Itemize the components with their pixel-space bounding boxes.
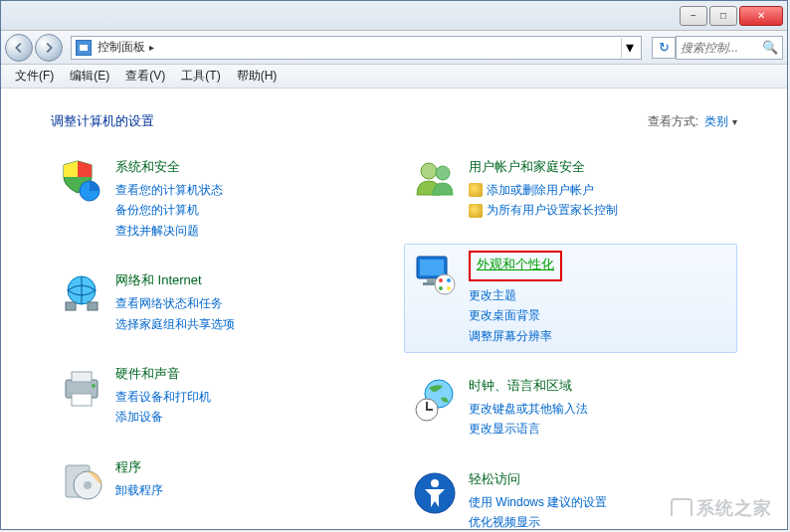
category-title[interactable]: 网络和 Internet xyxy=(115,271,202,289)
svg-point-25 xyxy=(431,479,439,487)
forward-button[interactable] xyxy=(35,34,63,62)
category-title[interactable]: 硬件和声音 xyxy=(115,365,180,383)
link-add-device[interactable]: 添加设备 xyxy=(115,407,377,427)
users-icon xyxy=(411,157,459,205)
svg-point-19 xyxy=(447,278,451,282)
link-windows-suggestions[interactable]: 使用 Windows 建议的设置 xyxy=(469,492,730,512)
svg-point-10 xyxy=(84,481,92,489)
svg-point-20 xyxy=(439,286,443,290)
svg-point-21 xyxy=(447,286,451,290)
category-system-security: 系统和安全 查看您的计算机状态 备份您的计算机 查找并解决问题 xyxy=(51,150,384,248)
view-by-select[interactable]: 类别 xyxy=(704,113,737,130)
link-computer-status[interactable]: 查看您的计算机状态 xyxy=(115,180,377,200)
category-title[interactable]: 时钟、语言和区域 xyxy=(469,377,572,395)
titlebar: − □ ✕ xyxy=(1,1,787,31)
link-troubleshoot[interactable]: 查找并解决问题 xyxy=(115,221,377,241)
header-row: 调整计算机的设置 查看方式: 类别 xyxy=(51,112,737,130)
link-network-status[interactable]: 查看网络状态和任务 xyxy=(115,293,377,313)
minimize-button[interactable]: − xyxy=(680,6,707,26)
svg-rect-2 xyxy=(66,302,76,310)
link-screen-resolution[interactable]: 调整屏幕分辨率 xyxy=(469,326,730,346)
right-column: 用户帐户和家庭安全 添加或删除用户帐户 为所有用户设置家长控制 xyxy=(404,150,737,529)
svg-rect-6 xyxy=(72,394,92,406)
svg-point-17 xyxy=(435,274,455,294)
navigation-bar: 控制面板 ▸ ▾ ↻ 🔍 xyxy=(1,31,787,65)
left-column: 系统和安全 查看您的计算机状态 备份您的计算机 查找并解决问题 xyxy=(51,150,384,529)
link-parental-controls[interactable]: 为所有用户设置家长控制 xyxy=(469,200,730,220)
svg-rect-3 xyxy=(88,302,98,310)
breadcrumb-arrow-icon: ▸ xyxy=(149,42,154,53)
menu-file[interactable]: 文件(F) xyxy=(7,65,62,88)
content-area: 调整计算机的设置 查看方式: 类别 系统和安全 查看 xyxy=(1,89,787,529)
link-optimize-display[interactable]: 优化视频显示 xyxy=(469,512,730,529)
back-button[interactable] xyxy=(5,34,33,62)
ease-access-icon xyxy=(411,469,459,517)
svg-point-18 xyxy=(439,278,443,282)
search-box[interactable]: 🔍 xyxy=(676,36,783,60)
category-network: 网络和 Internet 查看网络状态和任务 选择家庭组和共享选项 xyxy=(51,264,384,341)
category-ease-of-access: 轻松访问 使用 Windows 建议的设置 优化视频显示 xyxy=(404,462,737,529)
page-title: 调整计算机的设置 xyxy=(51,112,648,130)
disc-box-icon xyxy=(58,457,105,505)
menu-bar: 文件(F) 编辑(E) 查看(V) 工具(T) 帮助(H) xyxy=(1,65,787,89)
menu-view[interactable]: 查看(V) xyxy=(117,65,173,88)
globe-network-icon xyxy=(58,270,105,318)
svg-point-11 xyxy=(421,163,437,179)
category-title[interactable]: 程序 xyxy=(115,458,141,476)
category-clock-region: 时钟、语言和区域 更改键盘或其他输入法 更改显示语言 xyxy=(404,369,737,446)
category-appearance[interactable]: 外观和个性化 更改主题 更改桌面背景 调整屏幕分辨率 xyxy=(404,244,737,353)
category-grid: 系统和安全 查看您的计算机状态 备份您的计算机 查找并解决问题 xyxy=(51,150,737,529)
link-change-theme[interactable]: 更改主题 xyxy=(469,285,730,305)
nav-buttons xyxy=(5,34,65,62)
printer-icon xyxy=(58,364,105,412)
monitor-palette-icon xyxy=(411,251,459,298)
search-input[interactable] xyxy=(681,41,760,55)
close-button[interactable]: ✕ xyxy=(739,6,783,26)
control-panel-window: − □ ✕ 控制面板 ▸ ▾ ↻ 🔍 文件(F) 编辑(E) xyxy=(0,0,788,530)
highlight-box: 外观和个性化 xyxy=(469,251,562,281)
link-devices-printers[interactable]: 查看设备和打印机 xyxy=(115,387,377,407)
link-uninstall[interactable]: 卸载程序 xyxy=(115,480,377,500)
search-icon[interactable]: 🔍 xyxy=(762,40,778,55)
menu-help[interactable]: 帮助(H) xyxy=(229,65,286,88)
category-programs: 程序 卸载程序 xyxy=(51,450,384,512)
link-desktop-background[interactable]: 更改桌面背景 xyxy=(469,305,730,325)
refresh-button[interactable]: ↻ xyxy=(652,37,676,59)
svg-rect-5 xyxy=(72,372,92,382)
link-backup[interactable]: 备份您的计算机 xyxy=(115,200,377,220)
menu-tools[interactable]: 工具(T) xyxy=(173,65,228,88)
category-title[interactable]: 用户帐户和家庭安全 xyxy=(469,158,585,176)
view-by-label: 查看方式: xyxy=(648,113,698,130)
category-title[interactable]: 外观和个性化 xyxy=(477,256,554,273)
address-bar[interactable]: 控制面板 ▸ ▾ xyxy=(71,36,642,60)
link-add-remove-users[interactable]: 添加或删除用户帐户 xyxy=(469,180,730,200)
category-title[interactable]: 轻松访问 xyxy=(469,470,520,488)
category-title[interactable]: 系统和安全 xyxy=(115,158,180,176)
breadcrumb[interactable]: 控制面板 xyxy=(98,39,145,56)
link-display-language[interactable]: 更改显示语言 xyxy=(469,419,730,439)
link-keyboard-input[interactable]: 更改键盘或其他输入法 xyxy=(469,399,730,419)
svg-rect-14 xyxy=(420,260,444,275)
svg-point-7 xyxy=(92,384,96,388)
clock-globe-icon xyxy=(411,376,459,424)
address-dropdown-icon[interactable]: ▾ xyxy=(621,38,637,58)
svg-point-12 xyxy=(436,166,450,180)
category-users: 用户帐户和家庭安全 添加或删除用户帐户 为所有用户设置家长控制 xyxy=(404,150,737,228)
link-homegroup[interactable]: 选择家庭组和共享选项 xyxy=(115,314,377,334)
maximize-button[interactable]: □ xyxy=(709,6,737,26)
category-hardware: 硬件和声音 查看设备和打印机 添加设备 xyxy=(51,357,384,435)
shield-pie-icon xyxy=(58,157,105,205)
control-panel-icon xyxy=(76,40,92,56)
menu-edit[interactable]: 编辑(E) xyxy=(62,65,117,88)
